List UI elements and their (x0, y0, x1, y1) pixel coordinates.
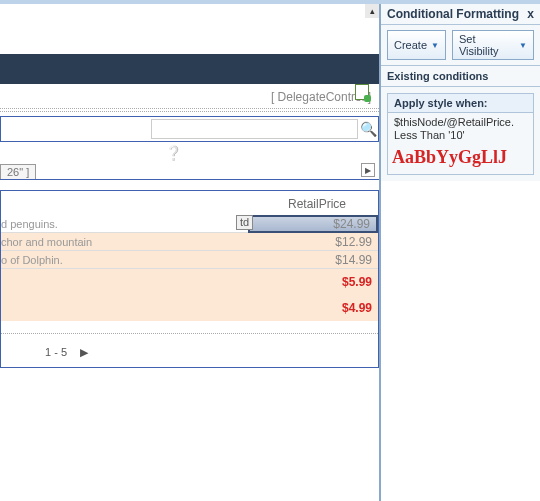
tab-item[interactable]: 26" ] (0, 164, 36, 179)
column-header-retailprice[interactable]: RetailPrice (1, 191, 378, 215)
cell-price-selected[interactable]: $24.99 (248, 215, 378, 233)
search-input[interactable] (151, 119, 358, 139)
title-bar-region (0, 54, 379, 84)
cell-price-formatted[interactable]: $4.99 (248, 301, 378, 315)
data-grid: RetailPrice td d penguins. $24.99 chor a… (0, 190, 379, 368)
cell-desc: chor and mountain (1, 236, 248, 248)
condition-header: Apply style when: (388, 94, 533, 113)
help-icon[interactable]: ❔ (0, 146, 379, 160)
create-button[interactable]: Create ▼ (387, 30, 446, 60)
close-icon[interactable]: x (527, 7, 534, 21)
dropdown-icon: ▼ (519, 41, 527, 50)
divider (0, 111, 379, 112)
existing-conditions-label: Existing conditions (381, 66, 540, 87)
set-visibility-button[interactable]: Set Visibility ▼ (452, 30, 534, 60)
cell-desc: d penguins. (1, 218, 248, 230)
pager: 1 - 5 ▶ (1, 336, 378, 367)
cell-price[interactable]: $14.99 (248, 253, 378, 267)
design-canvas: ▴ [ DelegateControl ] 🔍 ❔ 26" ] ▶ Retail… (0, 4, 380, 501)
table-row: $4.99 (1, 295, 378, 321)
search-icon[interactable]: 🔍 (358, 121, 378, 137)
cell-desc: o of Dolphin. (1, 254, 248, 266)
panel-toolbar: Create ▼ Set Visibility ▼ (381, 25, 540, 66)
cell-price[interactable]: $12.99 (248, 235, 378, 249)
table-row: d penguins. $24.99 (1, 215, 378, 233)
table-row: $5.99 (1, 269, 378, 295)
divider (0, 108, 379, 109)
table-row: chor and mountain $12.99 (1, 233, 378, 251)
pager-range: 1 - 5 (45, 346, 67, 358)
pager-next-icon[interactable]: ▶ (80, 346, 88, 358)
condition-expression: $thisNode/@RetailPrice. Less Than '10' (388, 113, 533, 145)
delegate-control-label: [ DelegateControl ] (0, 84, 379, 106)
table-row: o of Dolphin. $14.99 (1, 251, 378, 269)
scroll-up-button[interactable]: ▴ (365, 4, 379, 18)
condition-item[interactable]: Apply style when: $thisNode/@RetailPrice… (387, 93, 534, 175)
panel-empty-area (381, 181, 540, 501)
td-tag-indicator[interactable]: td (236, 215, 253, 230)
chevron-right-icon[interactable]: ▶ (361, 163, 375, 177)
create-button-label: Create (394, 39, 427, 51)
search-row: 🔍 (0, 116, 379, 142)
dropdown-icon: ▼ (431, 41, 439, 50)
tab-strip: 26" ] ▶ (0, 162, 379, 180)
conditional-formatting-panel: Conditional Formatting x Create ▼ Set Vi… (380, 4, 540, 501)
cell-price-formatted[interactable]: $5.99 (248, 275, 378, 289)
panel-title: Conditional Formatting (387, 7, 519, 21)
page-icon (355, 84, 369, 100)
set-visibility-label: Set Visibility (459, 33, 515, 57)
panel-header: Conditional Formatting x (381, 4, 540, 25)
divider (1, 333, 378, 334)
style-preview: AaBbYyGgLlJ (388, 145, 533, 174)
